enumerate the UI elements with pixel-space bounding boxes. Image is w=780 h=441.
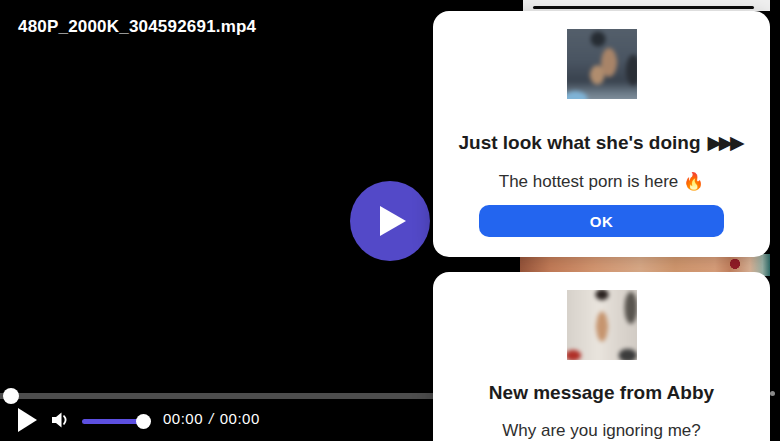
popup-heading: Just look what she's doing▶▶▶ <box>433 130 770 156</box>
time-current: 00:00 <box>163 410 203 427</box>
popup-thumbnail-image[interactable] <box>567 29 637 99</box>
thumbnail-art <box>567 29 637 99</box>
ok-button[interactable]: OK <box>479 205 724 237</box>
volume-slider[interactable] <box>82 414 150 428</box>
play-icon <box>18 408 37 432</box>
seek-thumb[interactable] <box>3 388 19 404</box>
background-ad-image-top <box>523 0 770 11</box>
time-display: 00:00 / 00:00 <box>163 410 260 427</box>
popup-dialog-promo: Just look what she's doing▶▶▶ The hottes… <box>433 11 770 257</box>
popup-subtext: Why are you ignoring me? <box>433 420 770 441</box>
volume-thumb[interactable] <box>136 414 151 429</box>
background-ad-image-detail <box>533 6 754 9</box>
triple-play-arrows-icon: ▶▶▶ <box>708 132 745 153</box>
video-title: 480P_2000K_304592691.mp4 <box>18 17 256 37</box>
play-button[interactable] <box>15 408 39 434</box>
time-separator: / <box>208 410 215 427</box>
play-icon <box>380 206 406 236</box>
popup-heading: New message from Abby <box>433 380 770 406</box>
volume-icon <box>50 411 70 429</box>
popup-dialog-message[interactable]: New message from Abby Why are you ignori… <box>433 272 770 441</box>
popup-subtext: The hottest porn is here 🔥 <box>433 171 770 193</box>
thumbnail-art <box>567 290 637 360</box>
volume-button[interactable] <box>49 411 71 431</box>
scrollbar-dot[interactable] <box>770 391 775 396</box>
big-play-button[interactable] <box>350 181 430 261</box>
popup-thumbnail-image[interactable] <box>567 290 637 360</box>
time-duration: 00:00 <box>220 410 260 427</box>
popup-heading-text: Just look what she's doing <box>458 132 700 153</box>
